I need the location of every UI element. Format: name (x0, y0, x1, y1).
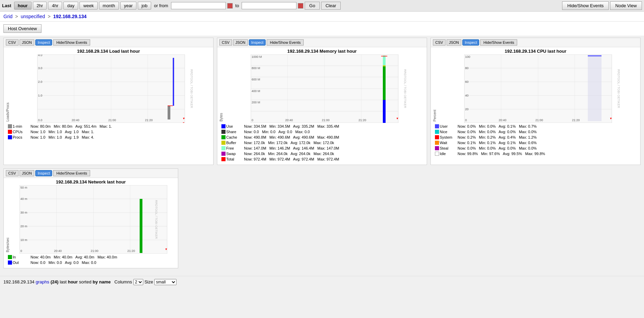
mem-legend-cache (221, 135, 226, 139)
clear-button[interactable]: Clear (321, 2, 341, 10)
time-btn-hour[interactable]: hour (14, 2, 32, 10)
time-btn-day[interactable]: day (63, 2, 78, 10)
cpu-panel: CSV JSON Inspect Hide/Show Events 192.16… (430, 38, 641, 165)
node-view-button[interactable]: Node View (610, 1, 642, 10)
load-legend-color-1min (8, 124, 12, 128)
mem-legend-use (221, 124, 226, 128)
memory-y-label: Bytes (219, 54, 224, 123)
svg-text:1000 M: 1000 M (252, 55, 262, 59)
network-inspect-button[interactable]: Inspect (35, 170, 52, 176)
memory-graph-container: 192.168.29.134 Memory last hour Bytes (217, 47, 427, 165)
cpu-inspect-button[interactable]: Inspect (462, 39, 479, 46)
cpu-graph-title: 192.168.29.134 CPU last hour (432, 49, 639, 54)
from-calendar-icon[interactable] (227, 3, 233, 9)
last-label: Last (2, 3, 11, 8)
from-input[interactable] (171, 2, 226, 9)
network-graph-container: 192.168.29.134 Network last hour Bytes/s… (4, 178, 178, 268)
columns-select[interactable]: 234 (133, 279, 143, 285)
svg-text:21:00: 21:00 (322, 118, 330, 122)
time-btn-week[interactable]: week (80, 2, 97, 10)
memory-hideshow-button[interactable]: Hide/Show Events (267, 39, 304, 46)
empty-space (182, 168, 641, 268)
memory-panel-toolbar: CSV JSON Inspect Hide/Show Events (217, 38, 427, 47)
svg-text:0: 0 (465, 118, 467, 122)
cpu-legend-user (435, 124, 439, 128)
cpu-hideshow-button[interactable]: Hide/Show Events (480, 39, 517, 46)
svg-text:2.0: 2.0 (38, 80, 42, 84)
load-legend: 1-min Now: 80.0m Min: 80.0m Avg: 551.4m … (5, 123, 212, 141)
svg-rect-68 (588, 56, 602, 121)
cpu-legend-system (435, 135, 439, 139)
cpu-legend-nice (435, 130, 439, 134)
svg-text:0.0: 0.0 (38, 118, 42, 122)
svg-text:3.0: 3.0 (38, 66, 42, 70)
network-panel: CSV JSON Inspect Hide/Show Events 192.16… (3, 168, 178, 268)
memory-graph-title: 192.168.29.134 Memory last hour (219, 49, 425, 54)
svg-text:20:40: 20:40 (499, 118, 507, 122)
time-btn-year[interactable]: year (120, 2, 136, 10)
to-label: to (235, 3, 239, 8)
svg-text:21:00: 21:00 (108, 118, 116, 122)
bottom-by-name: by name (93, 279, 111, 284)
hide-show-events-button[interactable]: Hide/Show Events (562, 1, 609, 10)
time-btn-job[interactable]: job (138, 2, 151, 10)
host-overview-button[interactable]: Host Overview (3, 24, 41, 33)
bottom-text-bar: 192.168.29.134 graphs (24) last hour sor… (0, 276, 644, 288)
cpu-csv-button[interactable]: CSV (433, 39, 446, 46)
load-panel-toolbar: CSV JSON Inspect Hide/Show Events (4, 38, 213, 47)
bottom-host: 192.168.29.134 (3, 279, 34, 284)
svg-rect-45 (383, 65, 386, 66)
time-btn-month[interactable]: month (99, 2, 119, 10)
load-graph-container: 192.168.29.134 Load last hour Loads/Proc… (4, 47, 213, 143)
svg-text:0: 0 (252, 118, 253, 122)
time-btn-4hr[interactable]: 4hr (48, 2, 62, 10)
network-csv-button[interactable]: CSV (6, 170, 19, 176)
bottom-size-label: Size (144, 279, 153, 284)
bottom-graphs-link[interactable]: graphs (36, 279, 49, 284)
cpu-json-button[interactable]: JSON (447, 39, 461, 46)
memory-json-button[interactable]: JSON (233, 39, 248, 46)
svg-text:20:40: 20:40 (285, 118, 293, 122)
breadcrumb: Grid > unspecified > 192.168.29.134 (0, 12, 644, 22)
svg-text:600 M: 600 M (252, 78, 260, 81)
net-legend-in (8, 255, 12, 259)
load-legend-color-procs (8, 135, 12, 139)
cpu-legend: User Now: 0.0% Min: 0.0% Avg: 0.1% Max: … (432, 123, 639, 158)
breadcrumb-sep1: > (15, 14, 18, 19)
load-hideshow-button[interactable]: Hide/Show Events (53, 39, 90, 46)
network-hideshow-button[interactable]: Hide/Show Events (53, 170, 90, 176)
svg-text:21:00: 21:00 (535, 118, 543, 122)
svg-text:21:00: 21:00 (91, 249, 99, 253)
load-json-button[interactable]: JSON (20, 39, 34, 46)
breadcrumb-grid[interactable]: Grid (3, 14, 12, 19)
load-csv-button[interactable]: CSV (6, 39, 19, 46)
bottom-last: last (60, 279, 66, 284)
memory-inspect-button[interactable]: Inspect (249, 39, 266, 46)
network-json-button[interactable]: JSON (20, 170, 34, 176)
svg-text:200 M: 200 M (252, 101, 260, 104)
svg-text:80: 80 (465, 66, 469, 70)
svg-text:21:20: 21:20 (359, 118, 366, 122)
mem-legend-swap (221, 152, 226, 156)
cpu-legend-wait (435, 141, 439, 145)
to-calendar-icon[interactable] (298, 3, 303, 9)
time-btn-2hr[interactable]: 2hr (33, 2, 47, 10)
svg-text:20: 20 (465, 107, 469, 111)
breadcrumb-unspecified[interactable]: unspecified (21, 14, 45, 19)
network-legend: In Now: 40.0m Min: 40.0m Avg: 40.0m Max:… (5, 254, 177, 267)
svg-text:21:20: 21:20 (145, 118, 153, 122)
size-select[interactable]: smallmediumlarge (154, 279, 177, 285)
network-y-label: Bytes/sec (5, 185, 10, 254)
content: CSV JSON Inspect Hide/Show Events 192.16… (0, 36, 644, 274)
memory-csv-button[interactable]: CSV (219, 39, 232, 46)
load-inspect-button[interactable]: Inspect (35, 39, 52, 46)
svg-text:20:40: 20:40 (54, 249, 62, 253)
svg-text:20:40: 20:40 (72, 118, 80, 122)
svg-text:21:20: 21:20 (572, 118, 580, 122)
to-input[interactable] (242, 2, 296, 9)
svg-text:40: 40 (465, 94, 469, 97)
bottom-sorted: sorted (79, 279, 92, 284)
svg-rect-90 (140, 199, 143, 253)
svg-rect-44 (383, 66, 386, 100)
go-button[interactable]: Go (305, 2, 319, 10)
